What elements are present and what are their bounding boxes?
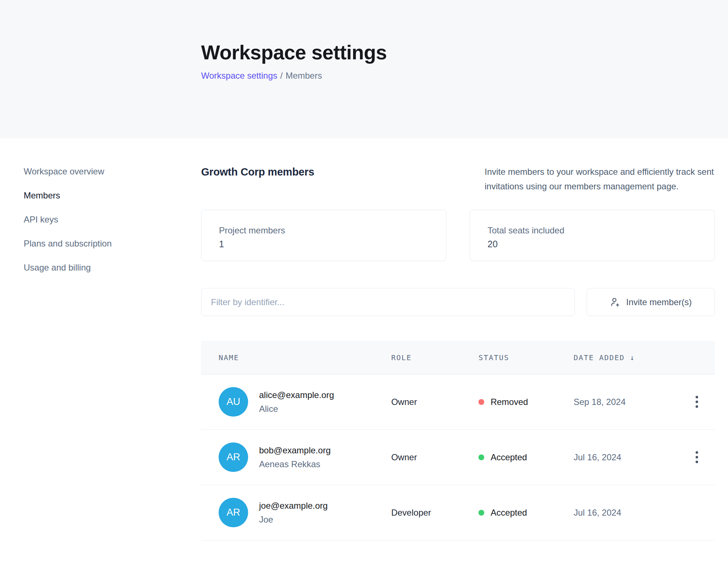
member-identity: bob@example.org Aeneas Rekkas — [259, 445, 330, 469]
stat-card-project-members: Project members 1 — [201, 210, 446, 261]
table-row: AR bob@example.org Aeneas Rekkas Owner A… — [201, 430, 715, 485]
filter-row: Invite member(s) — [201, 288, 715, 316]
invite-members-label: Invite member(s) — [626, 297, 692, 307]
invite-members-button[interactable]: Invite member(s) — [587, 288, 715, 316]
avatar: AR — [219, 442, 248, 472]
member-fullname: Joe — [259, 515, 328, 525]
status-label: Accepted — [490, 452, 527, 462]
sidebar-item-workspace-overview[interactable]: Workspace overview — [24, 167, 201, 176]
status-dot — [478, 454, 484, 460]
status-dot — [478, 399, 484, 405]
table-row: AR joe@example.org Joe Developer Accepte… — [201, 485, 715, 540]
member-fullname: Alice — [259, 404, 334, 414]
settings-sidebar: Workspace overview Members API keys Plan… — [24, 165, 201, 540]
member-fullname: Aeneas Rekkas — [259, 459, 330, 469]
page-title: Workspace settings — [201, 41, 715, 64]
member-identity: joe@example.org Joe — [259, 501, 328, 525]
kebab-menu-icon[interactable] — [692, 448, 702, 467]
avatar: AU — [219, 387, 248, 417]
member-email: bob@example.org — [259, 445, 330, 456]
members-heading: Growth Corp members — [201, 165, 314, 178]
status-label: Accepted — [490, 508, 527, 518]
breadcrumb-link-workspace-settings[interactable]: Workspace settings — [201, 71, 277, 80]
page-header: Workspace settings Workspace settings/Me… — [0, 0, 728, 138]
stat-value: 20 — [488, 239, 697, 249]
column-header-role: ROLE — [391, 353, 479, 362]
member-name-cell: AR bob@example.org Aeneas Rekkas — [201, 442, 391, 472]
status-label: Removed — [490, 397, 528, 407]
member-actions-cell — [679, 503, 715, 522]
member-status: Accepted — [478, 452, 574, 462]
member-identity: alice@example.org Alice — [259, 390, 334, 414]
avatar: AR — [219, 498, 248, 527]
member-date-added: Jul 16, 2024 — [574, 508, 679, 518]
member-actions-cell — [679, 448, 715, 467]
members-panel: Growth Corp members Invite members to yo… — [201, 165, 715, 540]
table-header-row: NAME ROLE STATUS DATE ADDED ↓ — [201, 341, 715, 374]
sidebar-item-api-keys[interactable]: API keys — [24, 215, 201, 224]
breadcrumb: Workspace settings/Members — [201, 71, 715, 81]
sidebar-item-plans-subscription[interactable]: Plans and subscription — [24, 239, 201, 248]
members-description: Invite members to your workspace and eff… — [485, 165, 715, 194]
member-actions-cell — [679, 392, 715, 411]
breadcrumb-separator: / — [280, 71, 283, 80]
stat-card-total-seats: Total seats included 20 — [470, 210, 715, 261]
user-plus-icon — [610, 297, 621, 308]
member-date-added: Sep 18, 2024 — [574, 397, 679, 407]
filter-input[interactable] — [201, 288, 575, 316]
stat-label: Total seats included — [488, 225, 697, 236]
stats-row: Project members 1 Total seats included 2… — [201, 210, 715, 261]
arrow-down-icon: ↓ — [630, 353, 635, 362]
member-name-cell: AU alice@example.org Alice — [201, 387, 391, 417]
column-header-name: NAME — [201, 353, 391, 362]
member-email: joe@example.org — [259, 501, 328, 511]
kebab-menu-icon[interactable] — [692, 392, 702, 411]
breadcrumb-current: Members — [286, 71, 322, 80]
member-email: alice@example.org — [259, 390, 334, 400]
member-status: Accepted — [478, 508, 574, 518]
members-table: NAME ROLE STATUS DATE ADDED ↓ AU alice@e… — [201, 341, 715, 540]
member-role: Developer — [391, 508, 479, 518]
stat-value: 1 — [219, 239, 428, 249]
member-role: Owner — [391, 397, 479, 407]
stat-label: Project members — [219, 225, 428, 236]
column-header-status: STATUS — [478, 353, 574, 362]
members-intro: Growth Corp members Invite members to yo… — [201, 165, 715, 194]
sidebar-item-usage-billing[interactable]: Usage and billing — [24, 263, 201, 272]
sidebar-item-members[interactable]: Members — [24, 191, 201, 200]
table-row: AU alice@example.org Alice Owner Removed… — [201, 374, 715, 430]
member-status: Removed — [478, 397, 574, 407]
status-dot — [478, 510, 484, 516]
column-header-date-added[interactable]: DATE ADDED ↓ — [574, 353, 679, 362]
member-role: Owner — [391, 452, 479, 462]
content-area: Workspace overview Members API keys Plan… — [0, 138, 728, 562]
member-name-cell: AR joe@example.org Joe — [201, 498, 391, 527]
member-date-added: Jul 16, 2024 — [574, 452, 679, 462]
